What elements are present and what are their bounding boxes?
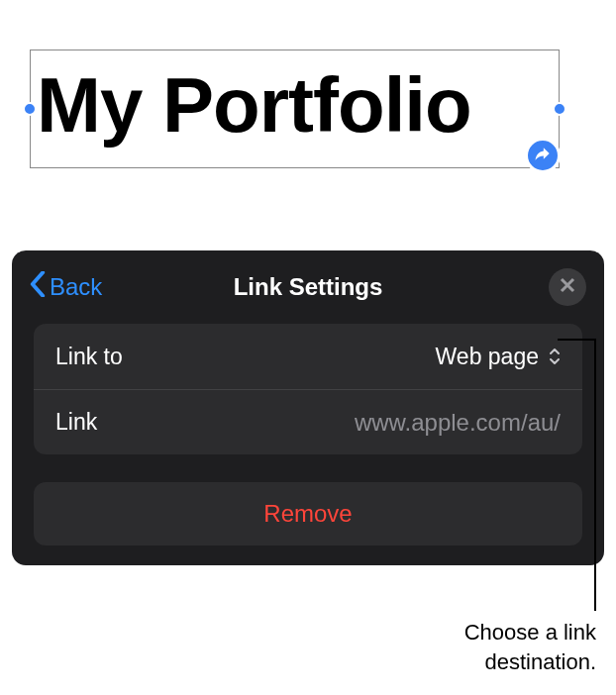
link-settings-popover: Back Link Settings Link to Web page [12, 250, 604, 565]
popover-header: Back Link Settings [12, 250, 604, 324]
chevron-left-icon [30, 271, 50, 303]
callout-line1: Choose a link [464, 618, 596, 647]
callout-line2: destination. [464, 647, 596, 677]
remove-label: Remove [263, 500, 352, 528]
link-url-placeholder: www.apple.com/au/ [355, 409, 561, 437]
callout-leader-vertical [594, 339, 596, 611]
resize-handle-left[interactable] [23, 102, 37, 116]
link-to-label: Link to [55, 344, 123, 370]
link-url-row[interactable]: Link www.apple.com/au/ [34, 389, 582, 454]
link-indicator-badge[interactable] [525, 138, 561, 173]
selected-textbox[interactable]: My Portfolio [30, 50, 560, 168]
link-settings-group: Link to Web page Link www.apple.com/au/ [34, 324, 582, 454]
updown-chevron-icon [549, 348, 561, 365]
share-icon [533, 144, 553, 167]
callout-text: Choose a link destination. [464, 618, 596, 676]
textbox-content: My Portfolio [37, 66, 471, 144]
link-to-row[interactable]: Link to Web page [34, 324, 582, 389]
close-icon [560, 277, 575, 297]
back-button[interactable]: Back [30, 271, 102, 303]
remove-button[interactable]: Remove [34, 482, 582, 546]
close-button[interactable] [549, 268, 586, 306]
resize-handle-right[interactable] [553, 102, 566, 116]
remove-group: Remove [34, 482, 582, 546]
popover-title: Link Settings [234, 273, 383, 301]
callout-leader-horizontal [558, 339, 595, 341]
back-label: Back [50, 273, 102, 301]
link-to-value: Web page [436, 344, 539, 370]
link-url-label: Link [55, 409, 97, 436]
